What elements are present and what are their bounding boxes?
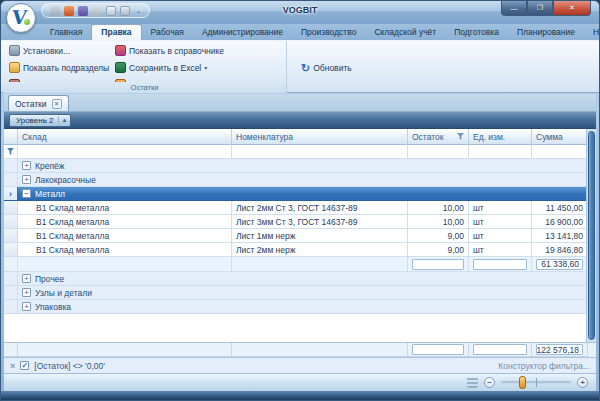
tab-pravka[interactable]: Правка bbox=[91, 24, 141, 40]
expand-icon[interactable]: + bbox=[22, 288, 31, 297]
group-row-metall-selected[interactable]: › − Металл bbox=[4, 187, 588, 201]
expand-icon[interactable]: + bbox=[22, 175, 31, 184]
sort-asc-icon: ▲ bbox=[58, 116, 68, 125]
filter-cell-summa[interactable] bbox=[532, 145, 588, 159]
filter-enabled-checkbox[interactable]: ✓ bbox=[20, 361, 29, 370]
group-summary-row: 61 338,60 bbox=[4, 257, 588, 272]
filter-cell-ed-izm[interactable] bbox=[469, 145, 532, 159]
brush-icon[interactable] bbox=[64, 6, 74, 16]
excel-dropdown-icon[interactable]: ▾ bbox=[204, 64, 207, 71]
close-button[interactable]: ✕ bbox=[553, 1, 591, 16]
settings-icon bbox=[9, 45, 20, 56]
minimize-button[interactable]: — bbox=[501, 1, 527, 16]
tab-skladskoy-uchet[interactable]: Складской учёт bbox=[365, 25, 445, 40]
cell-ostatok[interactable]: 10,00 bbox=[408, 215, 469, 229]
tab-administrirovanie[interactable]: Администрирование bbox=[193, 25, 292, 40]
filter-builder-link[interactable]: Конструктор фильтра... bbox=[498, 361, 590, 371]
doc-tab-ostatki[interactable]: Остатки ✕ bbox=[8, 95, 69, 111]
app-window: VOGBIT ⌄ — ❐ ✕ V Главная Правка Рабочая … bbox=[0, 0, 600, 401]
column-header-ostatok[interactable]: Остаток bbox=[408, 129, 469, 145]
doc-tab-close-icon[interactable]: ✕ bbox=[52, 99, 62, 109]
cell-sklad[interactable]: В1 Склад металла bbox=[18, 215, 232, 229]
cell-ed-izm[interactable]: шт bbox=[469, 201, 532, 215]
expand-icon[interactable]: + bbox=[22, 302, 31, 311]
show-subdivisions-button[interactable]: Показать подразделы bbox=[9, 61, 109, 74]
tab-proizvodstvo[interactable]: Производство bbox=[292, 25, 365, 40]
table-row[interactable]: В1 Склад металла Лист 2мм нерж 9,00 шт 1… bbox=[4, 243, 588, 257]
table-row[interactable]: В1 Склад металла Лист 2мм Ст 3, ГОСТ 146… bbox=[4, 201, 588, 215]
expand-icon[interactable]: + bbox=[22, 161, 31, 170]
group-by-level-button[interactable]: Уровень 2 ▲ bbox=[9, 114, 71, 127]
column-header-nomenklatura[interactable]: Номенклатура bbox=[232, 129, 408, 145]
show-in-catalog-button[interactable]: Показать в справочнике bbox=[115, 44, 224, 57]
filter-cell-sklad[interactable] bbox=[18, 145, 232, 159]
expand-icon[interactable]: + bbox=[22, 274, 31, 283]
group-row-uzly-i-detali[interactable]: + Узлы и детали bbox=[4, 286, 588, 300]
table-row[interactable]: В1 Склад металла Лист 3мм Ст 3, ГОСТ 146… bbox=[4, 215, 588, 229]
cell-ed-izm[interactable]: шт bbox=[469, 229, 532, 243]
import-icon[interactable] bbox=[78, 6, 88, 16]
grid-header-row: Склад Номенклатура Остаток Ед. изм. Сумм… bbox=[4, 129, 588, 145]
cell-ostatok[interactable]: 9,00 bbox=[408, 243, 469, 257]
summary-box-ed-izm bbox=[473, 259, 527, 270]
maximize-button[interactable]: ❐ bbox=[527, 1, 553, 16]
cell-summa[interactable]: 13 141,80 bbox=[532, 229, 588, 243]
copy-icon[interactable] bbox=[106, 6, 116, 16]
excel-icon bbox=[115, 62, 126, 73]
cell-summa[interactable]: 16 900,00 bbox=[532, 215, 588, 229]
group-row-lakokrasochnye[interactable]: + Лакокрасочные bbox=[4, 173, 588, 187]
column-header-ed-izm[interactable]: Ед. изм. bbox=[469, 129, 532, 145]
paste-icon[interactable] bbox=[120, 6, 130, 16]
ribbon-group-ostatki: Установки... Показать подразделы Показат… bbox=[3, 41, 287, 93]
cell-sklad[interactable]: В1 Склад металла bbox=[18, 243, 232, 257]
zoom-slider-thumb[interactable] bbox=[519, 376, 526, 389]
tab-glavnaya[interactable]: Главная bbox=[41, 25, 91, 40]
vertical-scrollbar[interactable] bbox=[586, 129, 596, 342]
cell-ostatok[interactable]: 10,00 bbox=[408, 201, 469, 215]
cell-nomenklatura[interactable]: Лист 2мм Ст 3, ГОСТ 14637-89 bbox=[232, 201, 408, 215]
zoom-slider[interactable] bbox=[501, 381, 571, 384]
refresh-button[interactable]: ↻ Обновить bbox=[301, 61, 352, 74]
data-grid: Склад Номенклатура Остаток Ед. изм. Сумм… bbox=[4, 129, 596, 342]
ribbon-group-label: Остатки bbox=[3, 82, 286, 93]
save-to-excel-button[interactable]: Сохранить в Excel ▾ bbox=[115, 61, 207, 74]
filter-expression[interactable]: [Остаток] <> '0,00' bbox=[34, 361, 105, 371]
column-filter-icon[interactable] bbox=[457, 133, 464, 140]
tab-planirovanie[interactable]: Планирование bbox=[508, 25, 584, 40]
cell-nomenklatura[interactable]: Лист 2мм нерж bbox=[232, 243, 408, 257]
filter-cell-nomenklatura[interactable] bbox=[232, 145, 408, 159]
title-bar: VOGBIT ⌄ — ❐ ✕ bbox=[1, 1, 599, 24]
scrollbar-thumb[interactable] bbox=[588, 131, 595, 340]
cell-sklad[interactable]: В1 Склад металла bbox=[18, 201, 232, 215]
cell-sklad[interactable]: В1 Склад металла bbox=[18, 229, 232, 243]
group-row-krepezh[interactable]: + Крепёж bbox=[4, 159, 588, 173]
tab-nastroyka[interactable]: Настройка bbox=[584, 25, 600, 40]
cell-summa[interactable]: 11 450,00 bbox=[532, 201, 588, 215]
zoom-in-button[interactable]: + bbox=[577, 377, 588, 388]
add-icon[interactable] bbox=[92, 6, 102, 16]
column-header-summa[interactable]: Сумма bbox=[532, 129, 588, 145]
tab-rabochaya[interactable]: Рабочая bbox=[142, 25, 193, 40]
group-by-panel: Уровень 2 ▲ bbox=[4, 112, 596, 129]
remove-filter-icon[interactable]: × bbox=[10, 361, 15, 371]
qat-dropdown-icon[interactable]: ⌄ bbox=[136, 7, 141, 14]
group-row-prochee[interactable]: + Прочее bbox=[4, 272, 588, 286]
settings-button[interactable]: Установки... bbox=[9, 44, 70, 57]
cell-ed-izm[interactable]: шт bbox=[469, 243, 532, 257]
tab-podgotovka[interactable]: Подготовка bbox=[445, 25, 508, 40]
cell-summa[interactable]: 19 846,80 bbox=[532, 243, 588, 257]
status-bar: − + bbox=[4, 373, 596, 391]
filter-cell-ostatok[interactable] bbox=[408, 145, 469, 159]
cell-ostatok[interactable]: 9,00 bbox=[408, 229, 469, 243]
zoom-out-button[interactable]: − bbox=[484, 377, 495, 388]
column-header-sklad[interactable]: Склад bbox=[18, 129, 232, 145]
grand-total-row: 122 576,18 bbox=[4, 342, 596, 357]
pin-icon[interactable] bbox=[50, 6, 60, 16]
collapse-icon[interactable]: − bbox=[22, 189, 31, 198]
table-row[interactable]: В1 Склад металла Лист 1мм нерж 9,00 шт 1… bbox=[4, 229, 588, 243]
cell-nomenklatura[interactable]: Лист 3мм Ст 3, ГОСТ 14637-89 bbox=[232, 215, 408, 229]
group-row-upakovka[interactable]: + Упаковка bbox=[4, 300, 588, 314]
cell-nomenklatura[interactable]: Лист 1мм нерж bbox=[232, 229, 408, 243]
cell-ed-izm[interactable]: шт bbox=[469, 215, 532, 229]
zoom-grid-icon[interactable] bbox=[467, 377, 478, 388]
